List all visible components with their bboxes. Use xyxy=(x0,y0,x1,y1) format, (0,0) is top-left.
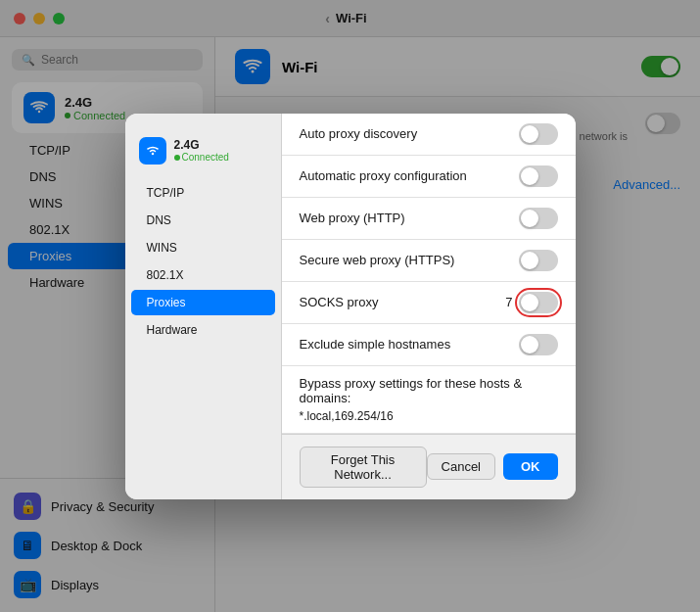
proxy-row-socks: SOCKS proxy 7 xyxy=(282,282,576,324)
proxy-label-socks: SOCKS proxy xyxy=(300,295,379,309)
cancel-button[interactable]: Cancel xyxy=(427,453,495,480)
proxy-row-auto: Auto proxy discovery xyxy=(282,114,576,156)
proxy-row-autoconfig: Automatic proxy configuration xyxy=(282,156,576,198)
ok-button[interactable]: OK xyxy=(503,453,558,480)
proxy-label-autoconfig: Automatic proxy configuration xyxy=(300,168,467,183)
modal-status-text: Connected xyxy=(182,152,229,163)
proxy-toggle-socks[interactable] xyxy=(519,292,558,313)
footer-right: Cancel OK xyxy=(427,453,558,480)
modal-wifi-icon xyxy=(139,137,166,165)
modal-menu-proxies[interactable]: Proxies xyxy=(131,290,275,315)
modal-network-info: 2.4G Connected xyxy=(174,138,229,163)
modal-status-dot xyxy=(174,155,180,161)
proxy-toggle-auto[interactable] xyxy=(519,123,558,145)
proxy-toggle-http[interactable] xyxy=(519,208,558,229)
modal-sidebar: 2.4G Connected TCP/IP DNS WINS 802.1X Pr… xyxy=(125,114,282,499)
bypass-row: Bypass proxy settings for these hosts & … xyxy=(282,366,576,434)
modal-menu-8021x[interactable]: 802.1X xyxy=(131,262,275,288)
proxy-label-https: Secure web proxy (HTTPS) xyxy=(300,253,455,267)
modal-menu-hardware[interactable]: Hardware xyxy=(131,317,275,343)
modal-overlay: 2.4G Connected TCP/IP DNS WINS 802.1X Pr… xyxy=(0,0,700,612)
modal-footer: Forget This Network... Cancel OK xyxy=(282,434,576,499)
bypass-value: *.local,169.254/16 xyxy=(300,409,558,423)
modal-body: 2.4G Connected TCP/IP DNS WINS 802.1X Pr… xyxy=(125,114,576,499)
proxy-label-auto: Auto proxy discovery xyxy=(300,126,418,141)
proxy-row-https: Secure web proxy (HTTPS) xyxy=(282,240,576,282)
socks-toggle-area: 7 xyxy=(505,292,557,313)
modal-network-status: Connected xyxy=(174,152,229,163)
modal-network-name: 2.4G xyxy=(174,138,229,152)
proxy-toggle-autoconfig[interactable] xyxy=(519,165,558,187)
bypass-label: Bypass proxy settings for these hosts & … xyxy=(300,376,558,405)
modal-rows: Auto proxy discovery Automatic proxy con… xyxy=(282,114,576,434)
modal-menu-tcpip[interactable]: TCP/IP xyxy=(131,180,275,206)
modal-menu-wins[interactable]: WINS xyxy=(131,235,275,260)
proxy-row-exclude: Exclude simple hostnames xyxy=(282,324,576,366)
forget-network-button[interactable]: Forget This Network... xyxy=(300,447,427,488)
modal-network-header: 2.4G Connected xyxy=(125,129,281,178)
socks-number: 7 xyxy=(505,295,512,309)
proxy-toggle-exclude[interactable] xyxy=(519,334,558,355)
proxy-label-http: Web proxy (HTTP) xyxy=(300,211,405,225)
proxy-label-exclude: Exclude simple hostnames xyxy=(300,337,451,352)
proxy-toggle-https[interactable] xyxy=(519,250,558,271)
modal-menu-dns[interactable]: DNS xyxy=(131,208,275,233)
modal: 2.4G Connected TCP/IP DNS WINS 802.1X Pr… xyxy=(125,114,576,499)
proxy-row-http: Web proxy (HTTP) xyxy=(282,198,576,240)
modal-main: Auto proxy discovery Automatic proxy con… xyxy=(282,114,576,499)
